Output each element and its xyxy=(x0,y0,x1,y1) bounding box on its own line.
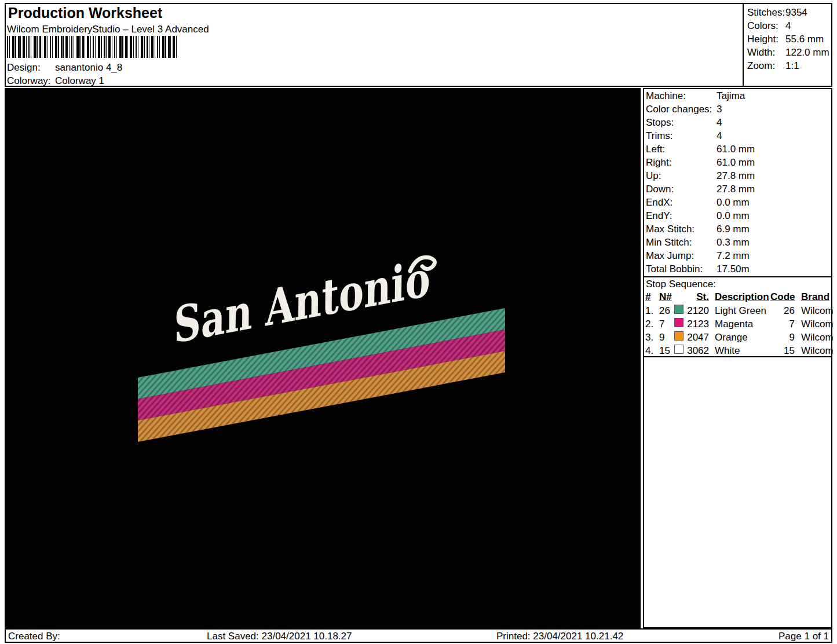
page-number: Page 1 of 1 xyxy=(778,630,829,642)
barcode xyxy=(7,36,177,58)
stat-stitches: Stitches: 9354 xyxy=(747,6,829,19)
machine-value: 17.50m xyxy=(717,262,750,276)
col-header-needle: N# xyxy=(659,291,672,302)
thread-swatch-white xyxy=(674,345,684,354)
machine-value: 4 xyxy=(717,129,722,142)
stop-brand: Wilcom xyxy=(797,344,831,357)
machine-row: Total Bobbin:17.50m xyxy=(646,262,755,276)
summary-stats: Stitches: 9354 Colors: 4 Height: 55.6 mm… xyxy=(747,6,829,72)
design-info: Design: sanantonio 4_8 Colorway: Colorwa… xyxy=(7,61,122,87)
machine-row: Up:27.8 mm xyxy=(646,169,755,182)
footer-bar: Created By: Last Saved: 23/04/2021 10.18… xyxy=(5,628,832,643)
thread-swatch-light-green xyxy=(674,305,684,314)
col-header-num: # xyxy=(645,291,650,302)
stop-sequence-header-row: # N# St. Description Code Brand xyxy=(645,290,831,303)
stop-num: 2. xyxy=(645,317,659,331)
machine-label: Max Jump: xyxy=(646,249,717,262)
machine-row: Right:61.0 mm xyxy=(646,156,755,169)
machine-label: Stops: xyxy=(646,116,717,129)
machine-value: 0.0 mm xyxy=(717,196,750,209)
page-title: Production Worksheet xyxy=(8,5,162,21)
machine-label: EndY: xyxy=(646,209,717,222)
stop-code: 26 xyxy=(770,304,797,317)
stat-label: Stitches: xyxy=(747,6,785,19)
machine-value: 61.0 mm xyxy=(717,156,755,169)
colorway-label: Colorway: xyxy=(7,74,55,87)
stop-st: 3062 xyxy=(687,344,710,357)
machine-label: Total Bobbin: xyxy=(646,262,717,276)
machine-row: Max Jump:7.2 mm xyxy=(646,249,755,262)
col-header-brand: Brand xyxy=(801,291,829,302)
machine-value: 61.0 mm xyxy=(717,142,755,156)
machine-row: Stops:4 xyxy=(646,116,755,129)
app-subtitle: Wilcom EmbroideryStudio – Level 3 Advanc… xyxy=(7,24,209,35)
stat-label: Width: xyxy=(747,46,785,59)
stat-label: Zoom: xyxy=(747,59,785,72)
stop-description: White xyxy=(710,344,770,357)
stat-colors: Colors: 4 xyxy=(747,19,829,32)
stop-code: 15 xyxy=(770,344,797,357)
machine-row: Trims:4 xyxy=(646,129,755,142)
machine-row: Color changes:3 xyxy=(646,103,755,116)
design-value: sanantonio 4_8 xyxy=(55,61,122,74)
thread-swatch-orange xyxy=(674,331,684,341)
machine-value: Tajima xyxy=(717,89,745,103)
last-saved-text: Last Saved: 23/04/2021 10.18.27 xyxy=(207,630,352,642)
stop-description: Magenta xyxy=(710,317,770,331)
machine-value: 0.3 mm xyxy=(717,236,750,249)
stop-brand: Wilcom xyxy=(797,304,831,317)
machine-label: Trims: xyxy=(646,129,717,142)
stop-sequence-title: Stop Sequence: xyxy=(646,277,716,291)
stop-needle: 15 xyxy=(659,344,674,357)
machine-row: Left:61.0 mm xyxy=(646,142,755,156)
created-by-label: Created By: xyxy=(8,630,60,642)
machine-label: Min Stitch: xyxy=(646,236,717,249)
machine-label: Down: xyxy=(646,182,717,196)
machine-label: Left: xyxy=(646,142,717,156)
stop-sequence-row: 4. 15 3062 White 15 Wilcom xyxy=(645,343,831,357)
machine-label: Right: xyxy=(646,156,717,169)
stop-num: 4. xyxy=(645,344,659,357)
stop-description: Light Green xyxy=(710,304,770,317)
colorway-value: Colorway 1 xyxy=(55,74,104,87)
machine-label: EndX: xyxy=(646,196,717,209)
machine-value: 4 xyxy=(717,116,722,129)
design-row: Design: sanantonio 4_8 xyxy=(7,61,122,74)
stat-value: 9354 xyxy=(785,6,807,19)
stop-sequence-row: 1. 26 2120 Light Green 26 Wilcom xyxy=(645,303,831,317)
machine-value: 0.0 mm xyxy=(717,209,750,222)
stop-num: 3. xyxy=(645,331,659,344)
stop-needle: 7 xyxy=(659,317,674,331)
machine-row: Max Stitch:6.9 mm xyxy=(646,222,755,236)
stop-st: 2047 xyxy=(687,331,710,344)
machine-row: EndX:0.0 mm xyxy=(646,196,755,209)
machine-info: Machine:Tajima Color changes:3 Stops:4 T… xyxy=(646,89,755,276)
embroidery-design: San Antonio xyxy=(5,88,641,628)
stop-brand: Wilcom xyxy=(797,331,831,344)
colorway-row: Colorway: Colorway 1 xyxy=(7,74,122,87)
stop-brand: Wilcom xyxy=(797,317,831,331)
machine-value: 7.2 mm xyxy=(717,249,750,262)
machine-value: 27.8 mm xyxy=(717,169,755,182)
machine-value: 6.9 mm xyxy=(717,222,750,236)
col-header-description: Description xyxy=(715,291,769,302)
stop-st: 2123 xyxy=(687,317,710,331)
stat-zoom: Zoom: 1:1 xyxy=(747,59,829,72)
stop-needle: 9 xyxy=(659,331,674,344)
design-label: Design: xyxy=(7,61,55,74)
header-divider xyxy=(743,3,744,87)
stat-value: 1:1 xyxy=(785,59,799,72)
machine-label: Up: xyxy=(646,169,717,182)
stop-st: 2120 xyxy=(687,304,710,317)
stop-code: 7 xyxy=(770,317,797,331)
stop-num: 1. xyxy=(645,304,659,317)
col-header-st: St. xyxy=(696,291,709,302)
thread-swatch-magenta xyxy=(674,318,684,327)
printed-text: Printed: 23/04/2021 10.21.42 xyxy=(496,630,623,642)
machine-value: 27.8 mm xyxy=(717,182,755,196)
stat-width: Width: 122.0 mm xyxy=(747,46,829,59)
stat-value: 122.0 mm xyxy=(785,46,829,59)
machine-label: Max Stitch: xyxy=(646,222,717,236)
machine-label: Color changes: xyxy=(646,103,717,116)
stop-code: 9 xyxy=(770,331,797,344)
